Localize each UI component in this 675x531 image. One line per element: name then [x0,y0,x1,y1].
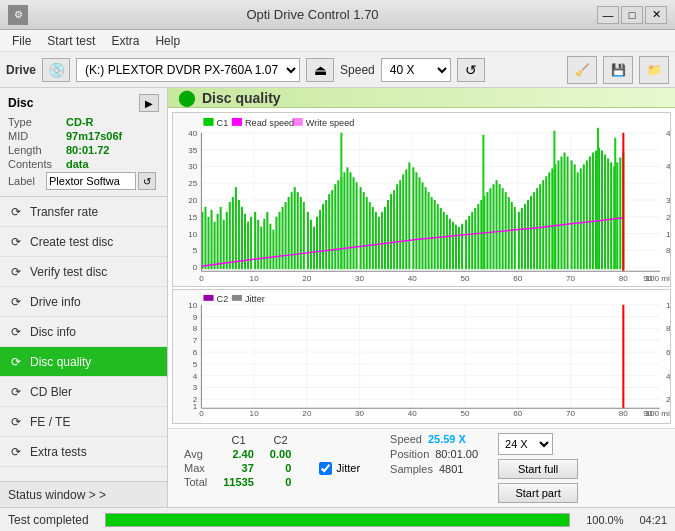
test-speed-select[interactable]: 24 X [498,433,553,455]
svg-rect-80 [310,220,312,269]
svg-rect-68 [272,230,274,270]
type-label: Type [8,116,66,128]
stats-total-row: Total 11535 0 [176,475,299,489]
close-button[interactable]: ✕ [645,6,667,24]
progress-bar-fill [106,514,569,526]
status-window[interactable]: Status window > > [0,481,167,507]
nav-disc-info[interactable]: ⟳ Disc info [0,317,167,347]
svg-rect-117 [425,187,427,269]
svg-rect-78 [303,202,305,269]
svg-rect-184 [553,131,555,269]
svg-rect-153 [536,188,538,269]
svg-text:50: 50 [461,409,471,418]
svg-rect-190 [232,118,242,126]
svg-rect-89 [337,180,339,269]
start-full-button[interactable]: Start full [498,459,578,479]
svg-rect-91 [343,172,345,269]
nav-transfer-rate[interactable]: ⟳ Transfer rate [0,197,167,227]
burn-button[interactable]: 💾 [603,56,633,84]
nav-transfer-rate-label: Transfer rate [30,205,98,219]
svg-rect-54 [229,202,231,269]
svg-rect-155 [542,180,544,269]
svg-rect-145 [511,202,513,269]
svg-text:1: 1 [193,402,198,411]
speed-row: Speed 25.59 X [390,433,478,445]
svg-rect-96 [360,187,362,269]
speed-label: Speed [340,63,375,77]
stats-avg-row: Avg 2.40 0.00 [176,447,299,461]
length-label: Length [8,144,66,156]
cd-bler-icon: ⟳ [8,384,24,400]
svg-text:70: 70 [566,274,576,283]
svg-rect-62 [254,212,256,269]
transfer-rate-icon: ⟳ [8,204,24,220]
svg-rect-183 [482,135,484,269]
svg-rect-97 [363,192,365,269]
time-text: 04:21 [639,514,667,526]
svg-rect-160 [557,160,559,269]
svg-rect-99 [369,202,371,269]
svg-rect-141 [499,184,501,269]
samples-row: Samples 4801 [390,463,478,475]
jitter-checkbox[interactable] [319,462,332,475]
svg-rect-121 [437,204,439,269]
svg-text:5: 5 [193,246,198,255]
svg-rect-188 [203,118,213,126]
progress-bar-bg [105,513,570,527]
drive-info-icon: ⟳ [8,294,24,310]
svg-text:20: 20 [302,274,312,283]
svg-rect-134 [477,204,479,269]
minimize-button[interactable]: — [597,6,619,24]
nav-disc-quality-label: Disc quality [30,355,91,369]
stats-empty-header [176,433,215,447]
svg-rect-168 [583,164,585,269]
svg-rect-109 [399,180,401,269]
save-button[interactable]: 📁 [639,56,669,84]
stats-table: C1 C2 Avg 2.40 0.00 Max [176,433,299,489]
nav-extra-tests[interactable]: ⟳ Extra tests [0,437,167,467]
erase-button[interactable]: 🧹 [567,56,597,84]
nav-drive-info[interactable]: ⟳ Drive info [0,287,167,317]
drive-select[interactable]: (K:) PLEXTOR DVDR PX-760A 1.07 [76,58,300,82]
menu-start-test[interactable]: Start test [39,32,103,50]
svg-rect-65 [263,219,265,269]
svg-text:6: 6 [193,348,198,357]
refresh-button[interactable]: ↺ [457,58,485,82]
svg-rect-137 [486,192,488,269]
svg-rect-55 [232,197,234,269]
svg-text:10: 10 [188,230,198,239]
svg-rect-56 [235,187,237,269]
nav-cd-bler[interactable]: ⟳ CD Bler [0,377,167,407]
svg-rect-74 [291,192,293,269]
jitter-label: Jitter [336,462,360,474]
speed-select[interactable]: 40 X [381,58,451,82]
label-refresh-button[interactable]: ↺ [138,172,156,190]
svg-rect-175 [604,155,606,270]
speed-value: 25.59 X [428,433,466,445]
avg-c2: 0.00 [262,447,299,461]
avg-c1: 2.40 [215,447,262,461]
content-area: ⬤ Disc quality [168,88,675,507]
maximize-button[interactable]: □ [621,6,643,24]
svg-rect-142 [502,188,504,269]
svg-rect-126 [452,222,454,269]
nav-fe-te[interactable]: ⟳ FE / TE [0,407,167,437]
nav-disc-quality[interactable]: ⟳ Disc quality [0,347,167,377]
eject-button[interactable]: ⏏ [306,58,334,82]
svg-rect-148 [521,208,523,269]
app-title: Opti Drive Control 1.70 [28,7,597,22]
svg-text:25: 25 [188,179,198,188]
svg-rect-105 [387,200,389,269]
menu-help[interactable]: Help [147,32,188,50]
label-input[interactable] [46,172,136,190]
nav-verify-test-disc[interactable]: ⟳ Verify test disc [0,257,167,287]
nav-create-test-disc[interactable]: ⟳ Create test disc [0,227,167,257]
top-chart-svg: 40 35 30 25 20 15 10 5 0 48X 40X 32X 24X… [173,113,670,286]
menu-file[interactable]: File [4,32,39,50]
menu-extra[interactable]: Extra [103,32,147,50]
start-part-button[interactable]: Start part [498,483,578,503]
disc-panel-arrow[interactable]: ▶ [139,94,159,112]
bottom-status-text: Test completed [8,513,89,527]
svg-rect-111 [405,169,407,269]
max-c2: 0 [262,461,299,475]
